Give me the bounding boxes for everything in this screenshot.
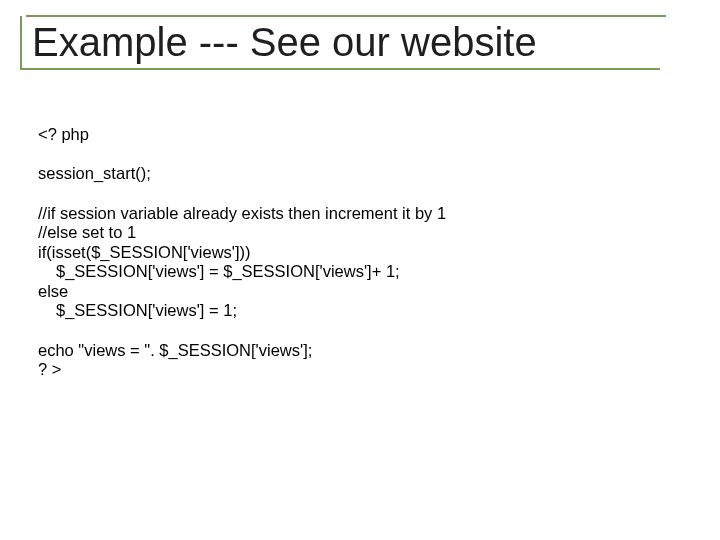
- code-line: echo "views = ". $_SESSION['views'];: [38, 341, 658, 360]
- code-line: //if session variable already exists the…: [38, 204, 658, 223]
- slide-title: Example --- See our website: [20, 16, 660, 70]
- code-line: if(isset($_SESSION['views'])): [38, 243, 658, 262]
- slide-body: <? php session_start(); //if session var…: [38, 125, 658, 380]
- code-line: else: [38, 282, 658, 301]
- code-line: <? php: [38, 125, 658, 144]
- slide-title-container: Example --- See our website: [20, 15, 680, 70]
- code-line: //else set to 1: [38, 223, 658, 242]
- code-line: $_SESSION['views'] = $_SESSION['views']+…: [38, 262, 658, 281]
- code-line: session_start();: [38, 164, 658, 183]
- code-line: $_SESSION['views'] = 1;: [38, 301, 658, 320]
- code-line: ? >: [38, 360, 658, 379]
